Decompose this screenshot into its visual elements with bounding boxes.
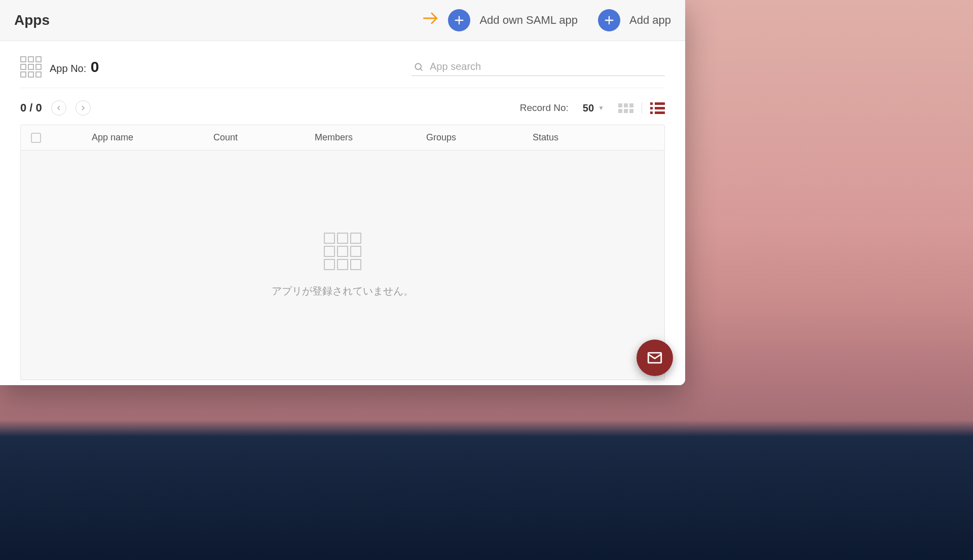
chevron-left-icon [56, 105, 61, 110]
table-empty-state: アプリが登録されていません。 [21, 151, 664, 380]
search-field[interactable] [411, 58, 665, 76]
pager-prev-button[interactable] [51, 100, 66, 116]
select-all-checkbox[interactable] [31, 133, 41, 143]
page-title: Apps [14, 12, 50, 28]
apps-window: Apps Add own SAML app Add app [0, 0, 685, 385]
appno-label: App No: [50, 63, 86, 74]
separator [642, 102, 642, 114]
view-toggle [618, 102, 665, 114]
recordno-value: 50 [583, 102, 594, 114]
apps-grid-icon [20, 56, 42, 78]
contact-fab[interactable] [637, 340, 673, 376]
toolbar-right: Record No: 50 ▼ [520, 102, 665, 114]
toolbar: 0 / 0 Record No: 50 ▼ [20, 88, 665, 125]
empty-message: アプリが登録されていません。 [272, 284, 414, 298]
apps-table: App name Count Members Groups Status アプリ… [20, 125, 665, 380]
pager: 0 / 0 [20, 100, 91, 116]
add-app-label: Add app [629, 14, 671, 27]
plus-circle-icon [448, 9, 470, 31]
add-app-button[interactable]: Add app [598, 9, 671, 31]
chevron-right-icon [81, 105, 86, 110]
search-icon [414, 62, 424, 72]
svg-line-6 [421, 68, 423, 70]
appno-value: 0 [91, 58, 99, 75]
header-actions: Add own SAML app Add app [422, 9, 671, 31]
recordno-label: Record No: [520, 102, 569, 114]
col-members: Members [315, 132, 416, 143]
content-area: App No: 0 0 / 0 Record No: [0, 41, 685, 385]
chevron-down-icon: ▼ [598, 104, 604, 111]
app-count-text: App No: 0 [50, 58, 99, 76]
recordno-select[interactable]: 50 ▼ [583, 102, 604, 114]
add-saml-app-button[interactable]: Add own SAML app [422, 9, 578, 31]
search-input[interactable] [430, 61, 663, 72]
table-header-row: App name Count Members Groups Status [21, 125, 664, 151]
subheader: App No: 0 [20, 41, 665, 88]
window-header: Apps Add own SAML app Add app [0, 0, 685, 41]
col-groups: Groups [426, 132, 522, 143]
list-view-button[interactable] [650, 102, 665, 114]
mail-icon [646, 349, 663, 366]
add-saml-label: Add own SAML app [479, 14, 578, 27]
plus-circle-icon [598, 9, 620, 31]
svg-point-5 [415, 63, 421, 69]
col-count: Count [213, 132, 305, 143]
col-status: Status [533, 132, 609, 143]
pager-next-button[interactable] [76, 100, 91, 116]
pager-count: 0 / 0 [20, 101, 42, 115]
arrow-right-icon [422, 10, 439, 31]
grid-view-button[interactable] [618, 103, 633, 113]
col-app-name: App name [92, 132, 203, 143]
empty-grid-icon [324, 233, 361, 270]
app-count-block: App No: 0 [20, 56, 99, 78]
